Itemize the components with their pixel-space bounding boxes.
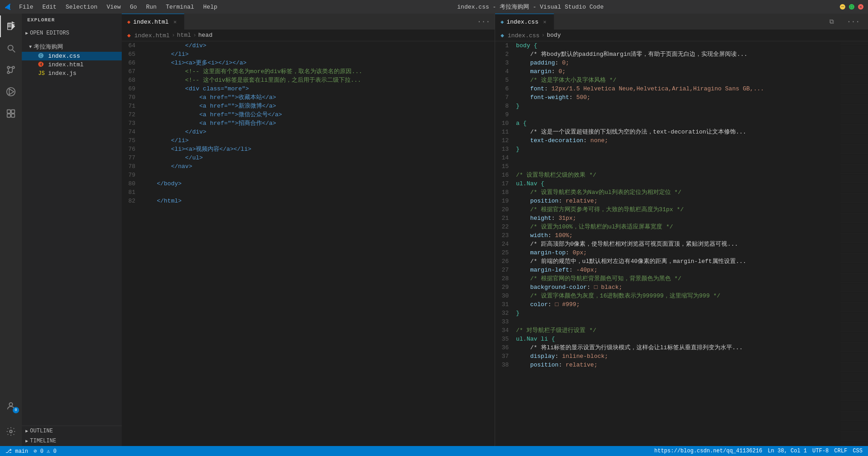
maximize-button[interactable]: □ (849, 4, 854, 10)
code-line: 26 /* 前端的规范中，ul默认相对左边有40像素的距离，margin-lef… (495, 257, 841, 266)
window-title: index.css - 考拉海购网 - Visual Studio Code (221, 3, 840, 11)
status-branch[interactable]: ⎇ main (5, 448, 28, 455)
svg-rect-7 (7, 110, 10, 113)
right-tab-split[interactable]: ⧉ (825, 18, 838, 25)
status-language[interactable]: CSS (853, 448, 863, 454)
code-line: 25 margin-top: 0px; (495, 248, 841, 257)
activity-run[interactable] (0, 81, 22, 103)
timeline-section[interactable]: ▶ TIMELINE (22, 436, 122, 446)
line-number: 20 (495, 205, 514, 214)
menu-view[interactable]: View (103, 3, 124, 11)
project-folder[interactable]: ▼ 考拉海购网 (22, 42, 122, 52)
left-breadcrumb: ◆ index.html › html › head (122, 30, 495, 41)
html-tab-close[interactable]: ✕ (171, 18, 179, 25)
breadcrumb-css-body[interactable]: body (547, 32, 561, 39)
status-errors[interactable]: ⊘ 0 ⚠ 0 (34, 448, 56, 455)
svg-point-5 (7, 71, 10, 74)
status-cursor[interactable]: Ln 38, Col 1 (768, 448, 807, 454)
line-content: color: □ #999; (514, 300, 841, 309)
code-line: 14 (495, 154, 841, 162)
line-content: } (514, 145, 841, 154)
line-number: 26 (495, 257, 514, 266)
tab-index-css[interactable]: ◆ index.css ✕ (495, 14, 554, 30)
right-tab-more[interactable]: ··· (842, 18, 864, 26)
code-line: 64 </div> (122, 41, 495, 50)
line-content: /* 设置字体颜色为灰度，16进制数表示为999999，这里缩写为999 */ (514, 292, 841, 300)
breadcrumb-head-tag[interactable]: head (198, 32, 213, 39)
menu-go[interactable]: Go (126, 3, 141, 11)
menu-file[interactable]: File (15, 3, 37, 11)
status-line-ending[interactable]: CRLF (834, 448, 848, 454)
css-tab-close[interactable]: ✕ (541, 18, 548, 25)
activity-source-control[interactable] (0, 59, 22, 81)
line-number: 4 (495, 67, 514, 76)
line-content: /* 将li标签的显示设置为行级块模式，这样会让li标签从垂直排列变为水平... (514, 343, 841, 352)
svg-point-3 (7, 66, 10, 69)
code-line: 24 /* 距高顶部为0像素，使导航栏相对浏览器可视页面置顶，紧贴浏览器可视..… (495, 240, 841, 248)
file-index-html[interactable]: 🅗 index.html (22, 60, 122, 69)
file-index-js[interactable]: JS index.js (22, 69, 122, 78)
code-line: 8 } (495, 102, 841, 110)
tab-index-html[interactable]: ◆ index.html ✕ (122, 14, 184, 30)
account-badge: 0 (13, 407, 19, 413)
window-controls: ─ □ ✕ (840, 4, 863, 10)
code-line: 34 /* 对导航栏子级进行设置 */ (495, 326, 841, 335)
activity-extensions[interactable] (0, 103, 22, 124)
status-link[interactable]: https://blog.csdn.net/qq_41136216 (655, 448, 763, 454)
code-line: 19 position: relative; (495, 197, 841, 205)
line-number: 18 (495, 188, 514, 197)
menu-selection[interactable]: Selection (62, 3, 101, 11)
left-tab-more[interactable]: ··· (472, 14, 495, 30)
outline-section[interactable]: ▶ OUTLINE (22, 426, 122, 436)
svg-point-4 (12, 66, 15, 69)
open-editors-toggle[interactable]: ▶ OPEN EDITORS (22, 28, 122, 38)
line-number: 7 (495, 93, 514, 102)
breadcrumb-html-file[interactable]: ◆ index.html (127, 32, 170, 39)
status-encoding[interactable]: UTF-8 (813, 448, 829, 454)
open-editors-label: OPEN EDITORS (30, 30, 69, 36)
breadcrumb-html-tag[interactable]: html (177, 32, 191, 39)
code-line: 13 } (495, 145, 841, 154)
project-arrow: ▼ (29, 45, 32, 50)
editor-area: ◆ index.html ✕ ··· ◆ index.html › html (122, 14, 868, 446)
left-editor-pane: ◆ index.html ✕ ··· ◆ index.html › html (122, 14, 495, 446)
vscode-icon (5, 3, 12, 10)
project-section: ▼ 考拉海购网 🅒 index.css 🅗 index.html JS inde… (22, 40, 122, 79)
line-number: 25 (495, 248, 514, 257)
line-content: } (514, 102, 841, 110)
line-content: /* 这是字体大小及字体风格 */ (514, 76, 841, 84)
js-file-icon: JS (38, 70, 45, 77)
right-tab-bar: ◆ index.css ✕ ⧉ ··· (495, 14, 868, 30)
line-number: 32 (495, 309, 514, 317)
line-number: 1 (495, 41, 514, 50)
breadcrumb-css-file[interactable]: ◆ index.css (501, 32, 540, 39)
line-number: 17 (495, 179, 514, 188)
line-number: 33 (495, 317, 514, 326)
close-button[interactable]: ✕ (858, 4, 863, 10)
line-number: 27 (495, 266, 514, 274)
line-content: ul.Nav { (514, 179, 841, 188)
menu-help[interactable]: Help (199, 3, 221, 11)
menu-terminal[interactable]: Terminal (162, 3, 198, 11)
line-number: 15 (495, 162, 514, 171)
right-code-editor[interactable]: 1 body { 2 /* 将body默认的padding和margin清零，有… (495, 41, 841, 446)
line-content: } (514, 309, 841, 317)
file-index-css[interactable]: 🅒 index.css (22, 52, 122, 60)
menu-run[interactable]: Run (142, 3, 160, 11)
activity-search[interactable] (0, 37, 22, 59)
activity-explorer[interactable] (0, 15, 22, 37)
line-number: 6 (495, 84, 514, 93)
sidebar-bottom: ▶ OUTLINE ▶ TIMELINE (22, 426, 122, 446)
menu-edit[interactable]: Edit (39, 3, 60, 11)
html-file-icon: 🅗 (38, 61, 45, 68)
project-name: 考拉海购网 (34, 43, 63, 51)
minimize-button[interactable]: ─ (840, 4, 845, 10)
activity-settings[interactable] (0, 421, 22, 442)
activity-bar: 0 (0, 14, 22, 446)
breadcrumb-css-sep: › (541, 32, 545, 39)
activity-account[interactable]: 0 (0, 395, 22, 417)
line-number: 64 (122, 41, 141, 50)
code-line: 20 /* 根据官方网页参考可得，大致的导航栏高度为31px */ (495, 205, 841, 214)
line-number: 8 (495, 102, 514, 110)
line-content: /* 这是一个设置超链接的下划线为空的办法，text-decoration让文本… (514, 128, 841, 136)
